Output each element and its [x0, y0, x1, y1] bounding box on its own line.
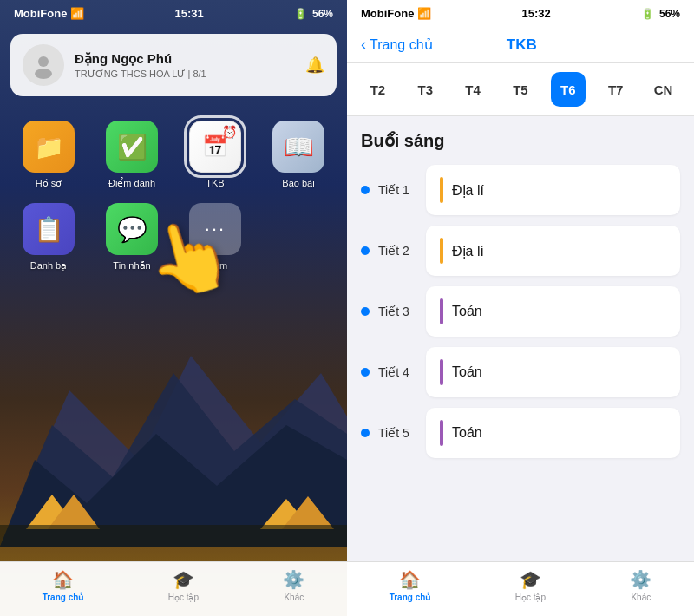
- carrier-left: MobiFone 📶: [14, 7, 84, 20]
- nav-trang-chu-left[interactable]: 🏠 Trang chủ: [43, 569, 84, 602]
- lesson-stripe-tiet4: [440, 359, 443, 385]
- lesson-item-tiet5[interactable]: Tiết 5 Toán: [361, 408, 680, 458]
- battery-area-right: 🔋 56%: [641, 8, 680, 20]
- lesson-name-tiet5: Toán: [452, 425, 482, 441]
- svg-point-8: [38, 56, 49, 67]
- nav-label-hoc-tap-right: Học tập: [515, 593, 546, 602]
- profile-card[interactable]: Đặng Ngọc Phú TRƯỜNG THCS HOA LƯ | 8/1 🔔: [10, 34, 337, 96]
- status-bar-right: MobiFone 📶 15:32 🔋 56%: [347, 0, 694, 27]
- app-label-bao-bai: Báo bài: [282, 178, 314, 188]
- lesson-label-tiet1: Tiết 1: [378, 183, 417, 197]
- lesson-name-tiet2: Địa lí: [452, 243, 484, 259]
- app-icon-bao-bai: 📖: [272, 121, 324, 173]
- battery-icon-right: 🔋: [641, 8, 654, 20]
- nav-hoc-tap-left[interactable]: 🎓 Học tập: [168, 569, 199, 602]
- tab-t2[interactable]: T2: [360, 72, 395, 107]
- nav-label-hoc-tap-left: Học tập: [168, 593, 199, 602]
- nav-label-trang-chu-right: Trang chủ: [390, 593, 431, 602]
- lesson-item-tiet4[interactable]: Tiết 4 Toán: [361, 347, 680, 397]
- lesson-name-tiet1: Địa lí: [452, 182, 484, 199]
- tab-t5[interactable]: T5: [503, 72, 538, 107]
- lesson-label-tiet4: Tiết 4: [378, 365, 417, 379]
- app-bao-bai[interactable]: 📖 Báo bài: [264, 121, 333, 189]
- app-icon-tkb: 📅 ⏰: [189, 121, 241, 173]
- nav-bar-right: ‹ Trang chủ TKB: [347, 27, 694, 63]
- battery-pct-right: 56%: [659, 8, 680, 20]
- lesson-dot-tiet3: [361, 307, 370, 316]
- study-icon-right: 🎓: [520, 569, 541, 590]
- battery-area-left: 🔋 56%: [294, 8, 333, 20]
- carrier-text-left: MobiFone: [14, 7, 67, 20]
- settings-icon-left: ⚙️: [283, 569, 304, 590]
- study-icon-left: 🎓: [173, 569, 194, 590]
- status-bar-left: MobiFone 📶 15:31 🔋 56%: [0, 0, 347, 27]
- app-icon-diem-danh: ✅: [106, 121, 158, 173]
- lesson-card-tiet5: Toán: [426, 408, 680, 458]
- left-phone-screen: MobiFone 📶 15:31 🔋 56% Đặng Ngọc Phú TRƯ…: [0, 0, 347, 616]
- battery-icon-left: 🔋: [294, 8, 307, 20]
- tab-cn[interactable]: CN: [645, 72, 680, 107]
- lesson-item-tiet3[interactable]: Tiết 3 Toán: [361, 286, 680, 337]
- nav-label-khac-right: Khác: [631, 593, 651, 602]
- lesson-label-tiet2: Tiết 2: [378, 244, 417, 258]
- tab-t4[interactable]: T4: [455, 72, 490, 107]
- lesson-dot-tiet5: [361, 429, 370, 437]
- svg-point-9: [35, 69, 52, 79]
- nav-label-trang-chu-left: Trang chủ: [43, 593, 84, 602]
- lesson-dot-tiet4: [361, 368, 370, 377]
- nav-label-khac-left: Khác: [284, 593, 304, 602]
- app-label-tkb: TKB: [206, 178, 224, 188]
- lesson-stripe-tiet3: [440, 298, 443, 324]
- bell-icon[interactable]: 🔔: [305, 56, 324, 75]
- app-label-diem-danh: Điểm danh: [108, 178, 155, 189]
- lesson-card-tiet4: Toán: [426, 347, 680, 397]
- settings-icon-right: ⚙️: [630, 569, 651, 590]
- lesson-item-tiet2[interactable]: Tiết 2 Địa lí: [361, 226, 680, 276]
- carrier-right: MobiFone 📶: [361, 7, 431, 20]
- app-label-danh-ba: Danh bạ: [30, 260, 67, 272]
- app-tkb[interactable]: 📅 ⏰ TKB: [180, 121, 250, 189]
- app-ho-so[interactable]: 📁 Hồ sơ: [14, 121, 83, 189]
- app-diem-danh[interactable]: ✅ Điểm danh: [97, 121, 167, 189]
- lesson-item-tiet1[interactable]: Tiết 1 Địa lí: [361, 165, 680, 215]
- nav-hoc-tap-right[interactable]: 🎓 Học tập: [515, 569, 546, 602]
- lesson-name-tiet3: Toán: [452, 304, 482, 319]
- nav-khac-left[interactable]: ⚙️ Khác: [283, 569, 304, 602]
- app-danh-ba[interactable]: 📋 Danh bạ: [14, 203, 83, 272]
- app-icon-ho-so: 📁: [23, 121, 75, 173]
- svg-rect-7: [0, 525, 347, 547]
- day-tabs: T2 T3 T4 T5 T6 T7 CN: [347, 63, 694, 116]
- nav-khac-right[interactable]: ⚙️ Khác: [630, 569, 651, 602]
- avatar: [23, 44, 64, 86]
- lesson-label-tiet3: Tiết 3: [378, 305, 417, 318]
- profile-name: Đặng Ngọc Phú: [75, 51, 295, 67]
- back-button[interactable]: ‹ Trang chủ: [361, 36, 433, 54]
- profile-info: Đặng Ngọc Phú TRƯỜNG THCS HOA LƯ | 8/1: [75, 51, 295, 80]
- signal-icon-right: 📶: [417, 7, 431, 20]
- battery-pct-left: 56%: [312, 8, 333, 20]
- lesson-stripe-tiet1: [440, 177, 443, 203]
- nav-trang-chu-right[interactable]: 🏠 Trang chủ: [390, 569, 431, 602]
- lesson-dot-tiet2: [361, 246, 370, 255]
- tab-t6[interactable]: T6: [551, 72, 586, 107]
- bottom-nav-left: 🏠 Trang chủ 🎓 Học tập ⚙️ Khác: [0, 561, 347, 616]
- back-label: Trang chủ: [370, 36, 433, 53]
- time-right: 15:32: [522, 7, 551, 20]
- app-label-ho-so: Hồ sơ: [36, 178, 62, 189]
- lesson-dot-tiet1: [361, 186, 370, 194]
- tab-t3[interactable]: T3: [408, 72, 442, 107]
- lesson-card-tiet3: Toán: [426, 286, 680, 337]
- carrier-text-right: MobiFone: [361, 7, 414, 20]
- profile-school: TRƯỜNG THCS HOA LƯ | 8/1: [75, 69, 295, 80]
- nav-title-right: TKB: [507, 36, 537, 54]
- tab-t7[interactable]: T7: [599, 72, 633, 107]
- bottom-nav-right: 🏠 Trang chủ 🎓 Học tập ⚙️ Khác: [347, 561, 694, 616]
- section-title-buoi-sang: Buổi sáng: [361, 130, 680, 151]
- lesson-stripe-tiet2: [440, 238, 443, 264]
- lesson-card-tiet2: Địa lí: [426, 226, 680, 276]
- time-left: 15:31: [175, 7, 204, 20]
- right-phone-screen: MobiFone 📶 15:32 🔋 56% ‹ Trang chủ TKB T…: [347, 0, 694, 616]
- lesson-card-tiet1: Địa lí: [426, 165, 680, 215]
- home-icon-right: 🏠: [399, 569, 421, 590]
- schedule-content: Buổi sáng Tiết 1 Địa lí Tiết 2 Địa lí Ti…: [347, 116, 694, 561]
